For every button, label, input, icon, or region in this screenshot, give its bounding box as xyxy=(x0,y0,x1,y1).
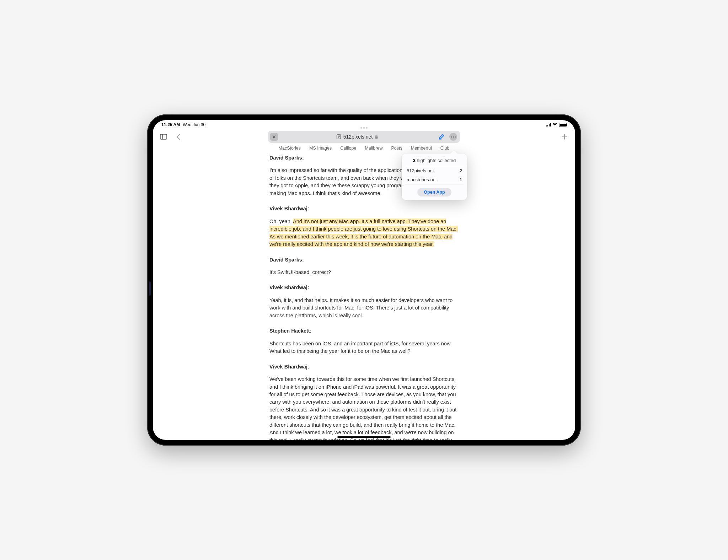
reader-mode-icon[interactable] xyxy=(336,134,341,139)
favorite-link[interactable]: MacStories xyxy=(279,146,301,151)
screen: 11:25 AM Wed Jun 30 xyxy=(153,120,575,440)
ipad-frame: 11:25 AM Wed Jun 30 xyxy=(147,114,581,446)
url-bar[interactable]: 512pixels.net xyxy=(268,131,460,143)
wifi-icon xyxy=(552,122,557,127)
paragraph: Oh, yeah. And it's not just any Mac app.… xyxy=(269,218,459,248)
highlights-popover: 3 highlights collected 512pixels.net 2 m… xyxy=(402,154,467,200)
status-time: 11:25 AM xyxy=(161,122,180,127)
open-app-button[interactable]: Open App xyxy=(417,188,451,196)
svg-rect-8 xyxy=(375,136,378,139)
back-button[interactable] xyxy=(173,132,183,142)
new-tab-button[interactable] xyxy=(560,132,569,142)
highlighted-text: And it's not just any Mac app. It's a fu… xyxy=(269,219,458,247)
sidebar-toggle-icon[interactable] xyxy=(159,132,168,142)
paragraph: It's SwiftUI-based, correct? xyxy=(269,269,459,276)
annotate-button[interactable] xyxy=(437,132,446,142)
paragraph: Yeah, it is, and that helps. It makes it… xyxy=(269,297,459,319)
paragraph: We've been working towards this for some… xyxy=(269,376,459,440)
status-bar: 11:25 AM Wed Jun 30 xyxy=(153,120,575,128)
multitask-dots[interactable] xyxy=(153,127,575,129)
speaker-label: David Sparks: xyxy=(269,256,459,264)
page-content[interactable]: David Sparks: I'm also impressed so far … xyxy=(153,153,575,440)
speaker-label: Vivek Bhardwaj: xyxy=(269,205,459,212)
browser-toolbar: 512pixels.net xyxy=(153,129,575,146)
home-indicator[interactable] xyxy=(337,436,391,438)
device-side-indicator xyxy=(149,281,151,296)
popover-title: 3 highlights collected xyxy=(402,157,467,166)
paragraph: Shortcuts has been on iOS, and an import… xyxy=(269,340,459,355)
favorite-link[interactable]: Club xyxy=(440,146,450,151)
favorite-link[interactable]: Calliope xyxy=(340,146,356,151)
url-text: 512pixels.net xyxy=(278,134,437,140)
favorite-link[interactable]: MS Images xyxy=(309,146,332,151)
popover-row[interactable]: macstories.net 1 xyxy=(402,175,467,184)
signal-icon xyxy=(546,123,551,126)
close-tab-button[interactable] xyxy=(270,133,278,141)
speaker-label: Vivek Bhardwaj: xyxy=(269,284,459,291)
page-actions-button[interactable] xyxy=(449,133,457,141)
speaker-label: Vivek Bhardwaj: xyxy=(269,363,459,371)
favorites-bar: MacStories MS Images Calliope Mailbrew P… xyxy=(153,146,575,153)
popover-row[interactable]: 512pixels.net 2 xyxy=(402,166,467,175)
lock-icon xyxy=(375,135,378,139)
favorite-link[interactable]: Memberful xyxy=(411,146,432,151)
favorite-link[interactable]: Posts xyxy=(391,146,402,151)
speaker-label: Stephen Hackett: xyxy=(269,327,459,335)
status-date: Wed Jun 30 xyxy=(183,122,205,127)
svg-rect-0 xyxy=(160,134,167,139)
favorite-link[interactable]: Mailbrew xyxy=(365,146,382,151)
battery-icon xyxy=(559,123,567,127)
